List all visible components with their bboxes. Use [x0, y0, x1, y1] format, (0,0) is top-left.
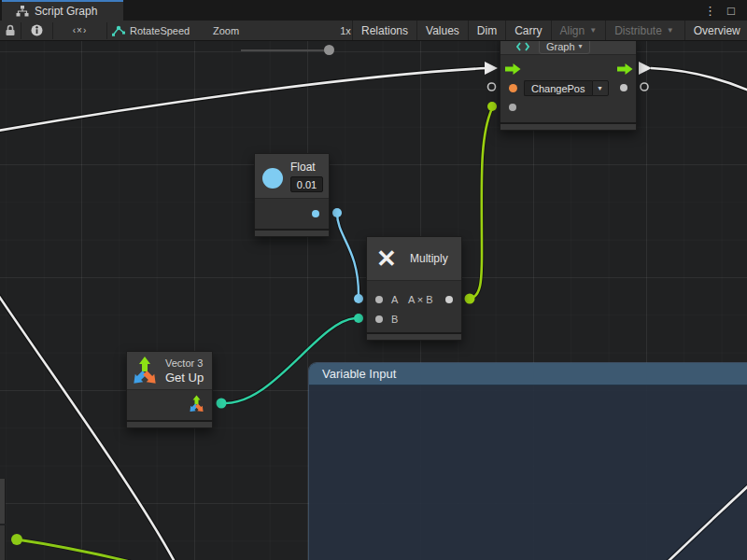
- overview-button[interactable]: Overview: [684, 21, 747, 40]
- window-controls: ⋮ □ ✕: [698, 0, 747, 21]
- multiply-output-port[interactable]: [445, 296, 453, 303]
- zoom-value: 1x: [338, 21, 353, 40]
- multiply-output-label: A × B: [408, 294, 433, 305]
- control-input-arrow-icon[interactable]: [505, 63, 521, 75]
- float-value-field[interactable]: 0.01: [290, 176, 323, 192]
- values-button[interactable]: Values: [416, 21, 468, 40]
- dim-button[interactable]: Dim: [468, 21, 505, 40]
- edge-node-fragment-header[interactable]: [0, 479, 6, 524]
- align-button[interactable]: Align▼: [551, 21, 606, 40]
- tab-script-graph[interactable]: Script Graph: [2, 0, 123, 21]
- vector3-type-label: Vector 3: [165, 357, 203, 369]
- variable-value-port[interactable]: [509, 104, 516, 111]
- node-float-literal[interactable]: Float 0.01: [254, 153, 330, 237]
- info-icon: [31, 24, 43, 36]
- zoom-label: Zoom: [211, 21, 241, 40]
- lock-button[interactable]: [0, 21, 21, 40]
- script-graph-icon: [16, 6, 29, 17]
- edge-node-fragment-body[interactable]: [0, 525, 6, 560]
- set-variable-footer: [500, 122, 637, 131]
- variable-name-port[interactable]: [509, 84, 517, 92]
- group-panel-variable-input[interactable]: Variable Input: [308, 362, 747, 560]
- node-set-variable[interactable]: Graph ▾ ChangePos ▼: [500, 35, 637, 131]
- float-footer: [254, 229, 330, 237]
- maximize-icon[interactable]: □: [722, 4, 740, 18]
- multiply-footer: [366, 332, 462, 341]
- carry-button[interactable]: Carry: [505, 21, 550, 40]
- lock-icon: [5, 24, 16, 36]
- caret-down-icon[interactable]: ▼: [592, 80, 609, 96]
- zoom-slider-track[interactable]: [241, 49, 330, 51]
- graph-scope-icon: [516, 42, 529, 51]
- vector3-arrows-icon: [132, 356, 158, 386]
- chevron-down-icon: ▾: [579, 42, 583, 50]
- caret-down-icon: ▼: [589, 26, 597, 35]
- zoom-slider-handle[interactable]: [324, 45, 334, 55]
- vector3-title: Get Up: [165, 371, 204, 385]
- graph-pointer-button[interactable]: RotateSpeed: [112, 21, 192, 40]
- variable-name-dropdown[interactable]: ChangePos ▼: [524, 80, 609, 96]
- float-title: Float: [290, 161, 316, 174]
- multiply-a-port[interactable]: [375, 296, 383, 303]
- code-angle-icon: ‹×›: [73, 25, 88, 35]
- vector3-header: Vector 3 Get Up: [127, 352, 212, 390]
- graph-pointer-icon: [112, 25, 125, 36]
- multiply-x-icon: ✕: [376, 245, 397, 273]
- tab-bar: Script Graph ⋮ □ ✕: [0, 0, 747, 21]
- float-circle-icon: [262, 168, 283, 189]
- control-output-arrow-icon[interactable]: [617, 63, 633, 75]
- group-panel-header[interactable]: Variable Input: [309, 363, 747, 385]
- group-panel-body: [309, 385, 747, 560]
- vector3-output-port-icon[interactable]: [189, 395, 204, 413]
- window-menu-icon[interactable]: ⋮: [698, 4, 722, 18]
- toolbar-menu: Relations Values Dim Carry Align▼ Distri…: [352, 21, 747, 40]
- group-panel-title: Variable Input: [322, 367, 396, 381]
- caret-down-icon: ▼: [667, 26, 674, 35]
- float-header: Float 0.01: [255, 154, 329, 199]
- vector3-footer: [126, 420, 213, 428]
- variable-scope-label: Graph: [546, 41, 575, 52]
- code-angle-button[interactable]: ‹×›: [53, 21, 106, 40]
- multiply-header: ✕ Multiply: [367, 237, 461, 281]
- distribute-button[interactable]: Distribute▼: [605, 21, 683, 40]
- script-graph-window: Variable Input: [0, 0, 747, 560]
- node-vector3-get-up[interactable]: Vector 3 Get Up: [126, 351, 213, 428]
- multiply-title: Multiply: [410, 252, 448, 265]
- multiply-b-label: B: [391, 314, 398, 325]
- graph-toolbar: ‹×› RotateSpeed Zoom 1x Relations Va: [0, 21, 747, 41]
- multiply-b-port[interactable]: [375, 315, 383, 323]
- info-button[interactable]: [21, 21, 52, 40]
- close-icon[interactable]: ✕: [740, 4, 747, 18]
- multiply-a-label: A: [391, 294, 398, 305]
- variable-output-port[interactable]: [620, 84, 627, 91]
- variable-name-value: ChangePos: [524, 80, 592, 96]
- relations-button[interactable]: Relations: [352, 21, 416, 40]
- tab-title: Script Graph: [35, 5, 97, 18]
- graph-pointer-label: RotateSpeed: [130, 25, 190, 36]
- float-output-port[interactable]: [312, 210, 319, 217]
- node-multiply[interactable]: ✕ Multiply A A × B B: [366, 236, 462, 341]
